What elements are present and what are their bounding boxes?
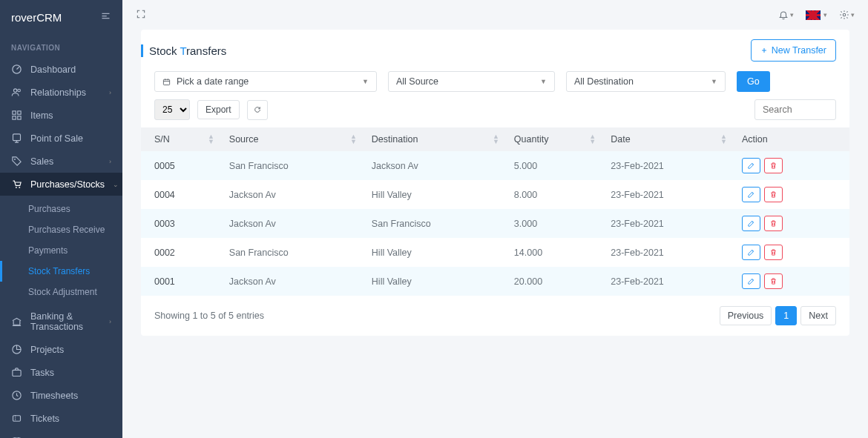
col-action: Action <box>733 127 849 151</box>
cart-icon <box>11 179 22 190</box>
sidebar-subitem-stock-adjustment[interactable]: Stock Adjustment <box>0 282 122 302</box>
trash-icon <box>769 277 777 285</box>
sidebar-item-items[interactable]: Items <box>0 104 122 127</box>
edit-button[interactable] <box>742 216 760 231</box>
cell-destination: San Francisco <box>363 209 505 238</box>
ticket-icon <box>11 413 22 424</box>
cell-source: Jackson Av <box>220 209 363 238</box>
sidebar-item-label: Dashboard <box>30 64 76 75</box>
settings-icon[interactable]: ▾ <box>839 10 855 20</box>
sidebar-subitem-purchases-receive[interactable]: Purchases Receive <box>0 219 122 240</box>
edit-icon <box>747 277 755 285</box>
chevron-down-icon: ▼ <box>540 78 547 85</box>
go-button[interactable]: Go <box>737 71 770 92</box>
edit-button[interactable] <box>742 245 760 260</box>
edit-button[interactable] <box>742 158 760 173</box>
sidebar-item-dashboard[interactable]: Dashboard <box>0 58 122 81</box>
sidebar-item-label: Relationships <box>30 87 86 98</box>
sidebar-item-timesheets[interactable]: Timesheets <box>0 384 122 407</box>
cell-quantity: 14.000 <box>505 238 602 267</box>
edit-icon <box>747 248 755 256</box>
grid-icon <box>11 110 22 121</box>
topbar: ▾ ▾ ▾ <box>122 0 868 30</box>
table-row: 0004Jackson AvHill Valley8.00023-Feb-202… <box>141 180 849 209</box>
notifications-icon[interactable]: ▾ <box>778 10 794 20</box>
sidebar-item-purchases-stocks[interactable]: Purchases/Stocks⌄ <box>0 173 122 196</box>
sidebar-subitem-stock-transfers[interactable]: Stock Transfers <box>0 261 122 282</box>
page-length-select[interactable]: 25 <box>154 99 190 120</box>
sidebar-item-label: Tickets <box>30 414 59 424</box>
cell-date: 23-Feb-2021 <box>602 151 733 180</box>
pagination: Previous 1 Next <box>720 306 836 325</box>
edit-button[interactable] <box>742 273 760 289</box>
sidebar-toggle-icon[interactable] <box>100 10 111 24</box>
export-button[interactable]: Export <box>197 100 240 119</box>
date-range-picker[interactable]: Pick a date range ▼ <box>154 71 377 92</box>
tag-icon <box>11 156 22 167</box>
sidebar-item-label: Purchases/Stocks <box>30 179 105 190</box>
delete-button[interactable] <box>764 187 783 202</box>
col-destination[interactable]: Destination▲▼ <box>363 127 505 151</box>
sidebar-item-point-of-sale[interactable]: Point of Sale <box>0 127 122 150</box>
trash-icon <box>769 190 777 199</box>
sidebar-item-relationships[interactable]: Relationships› <box>0 81 122 104</box>
chevron-icon: › <box>109 318 111 325</box>
delete-button[interactable] <box>764 158 783 173</box>
cell-sn: 0005 <box>141 151 220 180</box>
col-date[interactable]: Date▲▼ <box>602 127 733 151</box>
sidebar-item-calender[interactable]: Calender <box>0 430 122 438</box>
cell-source: San Francisco <box>220 238 363 267</box>
language-flag[interactable]: ▾ <box>806 10 827 20</box>
bank-icon <box>11 316 22 328</box>
dashboard-icon <box>11 64 22 75</box>
stock-transfers-card: Stock Transfers New Transfer Pick a date… <box>141 30 849 336</box>
cell-destination: Jackson Av <box>363 151 505 180</box>
delete-button[interactable] <box>764 273 783 289</box>
cell-quantity: 5.000 <box>505 151 602 180</box>
sidebar-item-label: Sales <box>30 156 53 167</box>
pagination-prev[interactable]: Previous <box>720 306 772 325</box>
chevron-down-icon: ▼ <box>711 78 717 85</box>
brief-icon <box>11 367 22 378</box>
pagination-page-1[interactable]: 1 <box>775 306 797 325</box>
destination-filter-select[interactable]: All Destination ▼ <box>566 71 726 92</box>
sidebar-subitem-payments[interactable]: Payments <box>0 240 122 261</box>
cell-date: 23-Feb-2021 <box>602 267 733 296</box>
cell-sn: 0003 <box>141 209 220 238</box>
cell-sn: 0004 <box>141 180 220 209</box>
brand-logo: roverCRM <box>11 11 62 24</box>
cell-quantity: 8.000 <box>505 180 602 209</box>
reload-icon <box>254 106 261 113</box>
search-input[interactable] <box>754 99 836 120</box>
sidebar: roverCRM NAVIGATION DashboardRelationshi… <box>0 0 122 438</box>
col-quantity[interactable]: Quantity▲▼ <box>505 127 602 151</box>
edit-icon <box>747 162 755 170</box>
sidebar-subitem-purchases[interactable]: Purchases <box>0 199 122 219</box>
cell-date: 23-Feb-2021 <box>602 238 733 267</box>
sidebar-item-tickets[interactable]: Tickets <box>0 407 122 430</box>
page-title: Stock Transfers <box>141 44 226 57</box>
reload-button[interactable] <box>247 100 268 120</box>
sidebar-item-projects[interactable]: Projects <box>0 338 122 361</box>
col-source[interactable]: Source▲▼ <box>220 127 363 151</box>
source-filter-select[interactable]: All Source ▼ <box>388 71 555 92</box>
delete-button[interactable] <box>764 216 783 231</box>
fullscreen-icon[interactable] <box>136 9 146 21</box>
pagination-next[interactable]: Next <box>800 306 836 325</box>
cell-date: 23-Feb-2021 <box>602 180 733 209</box>
table-info: Showing 1 to 5 of 5 entries <box>154 311 264 321</box>
cell-sn: 0001 <box>141 267 220 296</box>
new-transfer-button[interactable]: New Transfer <box>751 39 836 62</box>
pie-icon <box>11 344 22 355</box>
sidebar-item-tasks[interactable]: Tasks <box>0 361 122 384</box>
cell-destination: Hill Valley <box>363 180 505 209</box>
delete-button[interactable] <box>764 245 783 260</box>
sidebar-item-banking-transactions[interactable]: Banking & Transactions› <box>0 305 122 338</box>
sidebar-item-label: Tasks <box>30 368 54 378</box>
sidebar-item-label: Items <box>30 110 53 121</box>
sidebar-item-sales[interactable]: Sales› <box>0 150 122 173</box>
cell-source: Jackson Av <box>220 267 363 296</box>
cell-quantity: 20.000 <box>505 267 602 296</box>
col-sn[interactable]: S/N▲▼ <box>141 127 220 151</box>
edit-button[interactable] <box>742 187 760 202</box>
